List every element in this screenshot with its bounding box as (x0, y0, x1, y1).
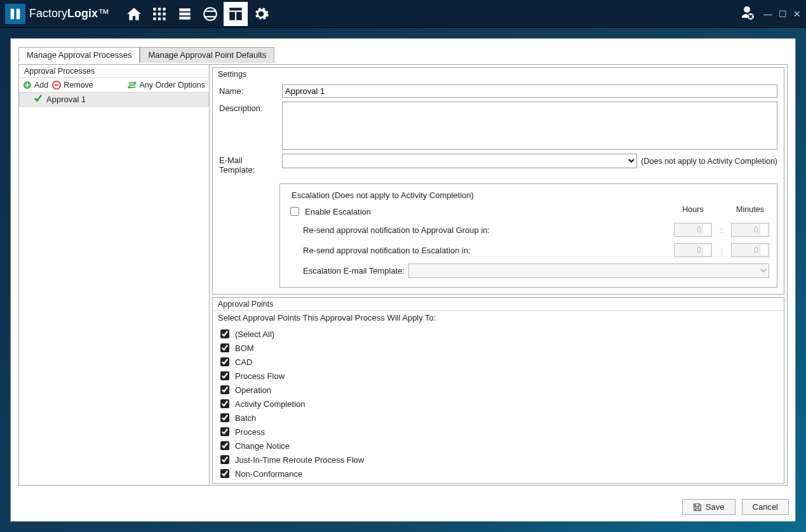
tree-item-label: Approval 1 (46, 95, 86, 104)
approval-point-item[interactable]: Change Notice (218, 439, 779, 453)
email-note: (Does not apply to Activity Completion) (641, 157, 777, 166)
hours-spinner-1[interactable]: 0▲▼ (674, 223, 712, 237)
cancel-label: Cancel (753, 502, 778, 512)
workspace: Manage Approval Processes Manage Approva… (10, 38, 796, 522)
escalation-email-template-label: Escalation E-mail Template: (303, 266, 405, 276)
remove-button[interactable]: Remove (52, 81, 93, 90)
titlebar: FactoryLogix™ ― ☐ ✕ (0, 0, 806, 28)
gear-icon[interactable] (249, 2, 273, 26)
approval-points-group: Approval Points Select Approval Points T… (212, 297, 784, 484)
approval-point-item[interactable]: Just-In-Time Reroute Process Flow (218, 453, 779, 467)
description-input[interactable] (282, 102, 777, 150)
approval-point-label: Activity Completion (235, 399, 306, 409)
user-icon[interactable] (739, 5, 755, 22)
titlebar-nav (122, 2, 273, 26)
approval-points-title: Approval Points (213, 298, 784, 310)
enable-escalation-label: Enable Escalation (305, 207, 371, 216)
tab-manage-defaults[interactable]: Manage Approval Point Defaults (140, 47, 274, 63)
approval-points-subtitle: Select Approval Points This Approval Pro… (213, 310, 784, 324)
approval-point-label: Batch (235, 413, 256, 423)
app-logo (5, 4, 25, 24)
approval-point-checkbox[interactable] (220, 427, 229, 436)
minutes-spinner-1[interactable]: 0▲▼ (731, 223, 769, 237)
email-template-label: E-Mail Template: (219, 154, 279, 175)
settings-group: Settings Name: Description: E-Mail Templ… (212, 67, 784, 295)
approval-point-label: CAD (235, 357, 252, 367)
approval-point-label: Process Flow (235, 371, 285, 381)
escalation-group: Escalation (Does not apply to Activity C… (279, 183, 777, 288)
save-label: Save (706, 502, 725, 512)
approval-point-checkbox[interactable] (220, 385, 229, 394)
settings-title: Settings (213, 68, 784, 81)
escalation-email-template-select[interactable] (408, 263, 769, 278)
left-pane: Approval Processes Add Remove Any Order … (19, 65, 210, 485)
options-icon (128, 81, 137, 90)
remove-label: Remove (64, 81, 93, 90)
globe-icon[interactable] (198, 2, 222, 26)
brand-label: FactoryLogix™ (29, 7, 109, 20)
resend-escalation-label: Re-send approval notification to Escalat… (288, 246, 668, 255)
approval-point-checkbox[interactable] (220, 399, 229, 408)
add-button[interactable]: Add (23, 81, 48, 90)
minutes-spinner-2[interactable]: 0▲▼ (731, 243, 769, 257)
grid-icon[interactable] (147, 2, 171, 26)
name-label: Name: (219, 84, 279, 96)
approval-point-label: Just-In-Time Reroute Process Flow (235, 455, 364, 465)
approval-point-checkbox[interactable] (220, 455, 229, 464)
approval-point-item[interactable]: Operation (218, 383, 779, 397)
tabs-row: Manage Approval Processes Manage Approva… (18, 46, 795, 62)
plus-icon (23, 81, 32, 90)
approval-point-item[interactable]: BOM (218, 341, 779, 355)
home-icon[interactable] (122, 2, 146, 26)
approval-point-label: Process (235, 427, 265, 437)
approval-point-item[interactable]: (Select All) (218, 327, 779, 341)
check-icon (34, 94, 43, 105)
approval-point-checkbox[interactable] (220, 371, 229, 380)
approval-point-checkbox[interactable] (220, 343, 229, 352)
any-order-label: Any Order Options (139, 81, 205, 90)
approval-point-item[interactable]: Process (218, 425, 779, 439)
window-controls: ― ☐ ✕ (763, 9, 801, 19)
left-toolbar: Add Remove Any Order Options (19, 78, 209, 92)
tab-body: Approval Processes Add Remove Any Order … (18, 64, 788, 486)
stack-icon[interactable] (173, 2, 197, 26)
approval-point-item[interactable]: CAD (218, 355, 779, 369)
resend-approval-group-label: Re-send approval notification to Approva… (288, 225, 668, 235)
left-pane-title: Approval Processes (19, 65, 209, 78)
name-input[interactable] (282, 84, 777, 98)
cancel-button[interactable]: Cancel (742, 499, 789, 515)
approval-point-label: Change Notice (235, 441, 290, 451)
approval-point-checkbox[interactable] (220, 469, 229, 478)
approval-point-item[interactable]: Batch (218, 411, 779, 425)
maximize-button[interactable]: ☐ (779, 9, 787, 19)
description-label: Description: (219, 102, 279, 113)
bottom-bar: Save Cancel (682, 499, 789, 515)
brand-part1: Factory (29, 7, 67, 20)
approval-point-checkbox[interactable] (220, 357, 229, 366)
approval-point-item[interactable]: Process Flow (218, 369, 779, 383)
approval-points-list: (Select All)BOMCADProcess FlowOperationA… (213, 324, 784, 483)
escalation-title: Escalation (Does not apply to Activity C… (289, 190, 476, 200)
approval-point-label: BOM (235, 343, 254, 353)
tree-item-approval-1[interactable]: Approval 1 (19, 92, 209, 107)
enable-escalation-checkbox[interactable]: Enable Escalation (288, 205, 668, 218)
save-icon (693, 503, 702, 512)
email-template-select[interactable] (282, 154, 637, 168)
brand-part2: Logix (67, 7, 98, 20)
approval-point-checkbox[interactable] (220, 441, 229, 450)
minutes-label: Minutes (731, 205, 769, 218)
approval-point-item[interactable]: Activity Completion (218, 397, 779, 411)
close-button[interactable]: ✕ (793, 9, 801, 19)
minimize-button[interactable]: ― (763, 9, 772, 19)
save-button[interactable]: Save (682, 499, 735, 515)
hours-spinner-2[interactable]: 0▲▼ (674, 243, 712, 257)
approval-point-item[interactable]: Non-Conformance (218, 467, 779, 481)
any-order-options-button[interactable]: Any Order Options (128, 81, 205, 90)
approval-point-checkbox[interactable] (220, 413, 229, 422)
report-icon[interactable] (224, 2, 248, 26)
tab-manage-processes[interactable]: Manage Approval Processes (18, 47, 140, 63)
approval-point-checkbox[interactable] (220, 329, 229, 338)
approval-point-label: Non-Conformance (235, 469, 302, 479)
add-label: Add (34, 81, 48, 90)
approval-point-label: Operation (235, 385, 271, 395)
